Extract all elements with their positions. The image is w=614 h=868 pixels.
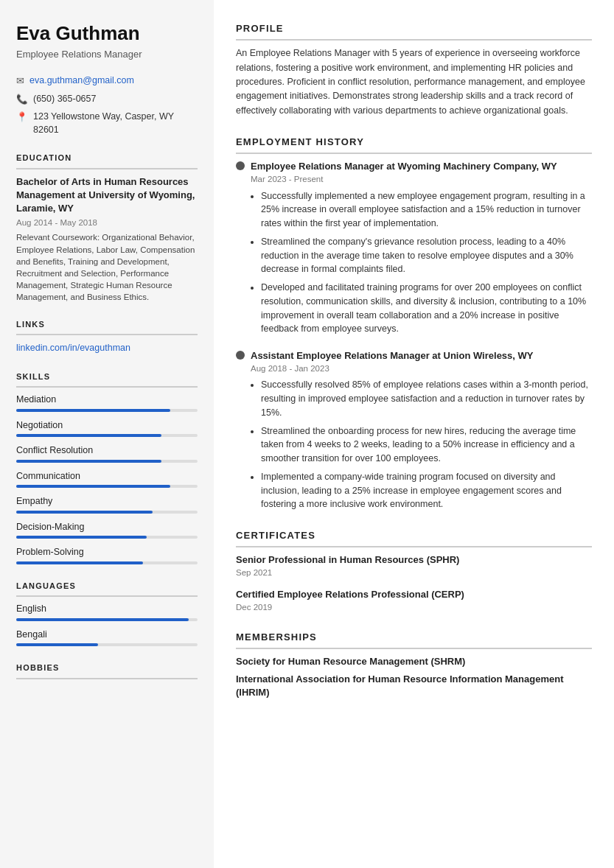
links-heading: Links	[16, 319, 198, 335]
location-icon: 📍	[16, 111, 28, 125]
employment-section: Employment History Employee Relations Ma…	[236, 136, 592, 511]
email-icon: ✉	[16, 75, 24, 88]
skill-bar-fill	[16, 460, 161, 463]
job-bullets: Successfully resolved 85% of employee re…	[251, 378, 592, 511]
cert-name: Senior Professional in Human Resources (…	[236, 553, 592, 567]
language-bar-bg	[16, 618, 198, 621]
membership-item: Society for Human Resource Management (S…	[236, 655, 592, 668]
cert-name: Certified Employee Relations Professiona…	[236, 588, 592, 601]
skills-list: Mediation Negotiation Conflict Resolutio…	[16, 393, 198, 564]
skill-item: Communication	[16, 470, 198, 489]
skill-item: Decision-Making	[16, 521, 198, 539]
edu-dates: Aug 2014 - May 2018	[16, 217, 198, 228]
job-bullet: Successfully implemented a new employee …	[261, 189, 592, 231]
job-bullets: Successfully implemented a new employee …	[251, 189, 592, 337]
contact-address: 📍 123 Yellowstone Way, Casper, WY 82601	[16, 111, 198, 136]
skill-bar-bg	[16, 485, 198, 488]
profile-section: Profile An Employee Relations Manager wi…	[236, 22, 592, 118]
memberships-section: Memberships Society for Human Resource M…	[236, 631, 592, 700]
sidebar: Eva Guthman Employee Relations Manager ✉…	[0, 0, 214, 868]
languages-heading: Languages	[16, 581, 198, 597]
memberships-list: Society for Human Resource Management (S…	[236, 655, 592, 700]
certificates-heading: Certificates	[236, 529, 592, 547]
job-bullet: Implemented a company-wide training prog…	[261, 470, 592, 511]
main-content: Profile An Employee Relations Manager wi…	[214, 0, 614, 868]
resume-container: Eva Guthman Employee Relations Manager ✉…	[0, 0, 614, 868]
job-title-text: Assistant Employee Relations Manager at …	[251, 349, 533, 363]
skill-label: Communication	[16, 470, 198, 483]
skill-bar-fill	[16, 434, 161, 437]
job-title: Assistant Employee Relations Manager at …	[236, 349, 592, 363]
job-dot	[236, 351, 245, 360]
language-bar-bg	[16, 643, 198, 646]
skill-bar-fill	[16, 409, 170, 412]
language-item: English	[16, 603, 198, 621]
skill-label: Mediation	[16, 393, 198, 407]
language-label: Bengali	[16, 629, 198, 642]
skills-heading: Skills	[16, 371, 198, 388]
job-dates: Mar 2023 - Present	[251, 173, 592, 185]
skill-bar-bg	[16, 460, 198, 463]
certificates-section: Certificates Senior Professional in Huma…	[236, 529, 592, 613]
candidate-title: Employee Relations Manager	[16, 48, 198, 61]
skill-item: Empathy	[16, 495, 198, 514]
cert-entry: Certified Employee Relations Professiona…	[236, 588, 592, 613]
skill-item: Negotiation	[16, 419, 198, 438]
skill-bar-bg	[16, 434, 198, 437]
job-bullet: Developed and facilitated training progr…	[261, 281, 592, 336]
skill-item: Mediation	[16, 393, 198, 412]
email-link[interactable]: eva.guthman@gmail.com	[29, 74, 134, 88]
skill-bar-bg	[16, 536, 198, 539]
skill-label: Negotiation	[16, 419, 198, 433]
skill-label: Empathy	[16, 495, 198, 508]
profile-text: An Employee Relations Manager with 5 yea…	[236, 46, 592, 118]
skill-bar-bg	[16, 511, 198, 514]
contact-email: ✉ eva.guthman@gmail.com	[16, 74, 198, 88]
candidate-name: Eva Guthman	[16, 22, 198, 45]
education-heading: Education	[16, 153, 198, 169]
job-dates: Aug 2018 - Jan 2023	[251, 363, 592, 374]
profile-heading: Profile	[236, 22, 592, 41]
skill-bar-fill	[16, 561, 143, 564]
language-bar-fill	[16, 643, 98, 646]
skill-bar-fill	[16, 485, 170, 488]
job-bullet: Streamlined the onboarding process for n…	[261, 424, 592, 466]
job-entry: Assistant Employee Relations Manager at …	[236, 349, 592, 511]
language-item: Bengali	[16, 629, 198, 647]
job-dot	[236, 161, 245, 170]
contact-phone: 📞 (650) 365-0657	[16, 93, 198, 107]
skill-label: Problem-Solving	[16, 546, 198, 559]
job-entry: Employee Relations Manager at Wyoming Ma…	[236, 160, 592, 336]
job-bullet: Successfully resolved 85% of employee re…	[261, 378, 592, 419]
skill-label: Conflict Resolution	[16, 444, 198, 458]
employment-heading: Employment History	[236, 136, 592, 154]
job-title: Employee Relations Manager at Wyoming Ma…	[236, 160, 592, 173]
job-title-text: Employee Relations Manager at Wyoming Ma…	[251, 160, 557, 173]
skill-label: Decision-Making	[16, 521, 198, 534]
hobbies-section: Hobbies	[16, 662, 198, 679]
cert-date: Sep 2021	[236, 567, 592, 578]
linkedin-link[interactable]: linkedin.com/in/evaguthman	[16, 343, 130, 353]
cert-date: Dec 2019	[236, 601, 592, 613]
hobbies-heading: Hobbies	[16, 662, 198, 679]
jobs-list: Employee Relations Manager at Wyoming Ma…	[236, 160, 592, 511]
skill-bar-fill	[16, 511, 153, 514]
certs-list: Senior Professional in Human Resources (…	[236, 553, 592, 613]
language-label: English	[16, 603, 198, 616]
job-bullet: Streamlined the company's grievance reso…	[261, 235, 592, 276]
memberships-heading: Memberships	[236, 631, 592, 649]
languages-section: Languages English Bengali	[16, 581, 198, 646]
skills-section: Skills Mediation Negotiation Conflict Re…	[16, 371, 198, 564]
edu-coursework: Relevant Coursework: Organizational Beha…	[16, 231, 198, 303]
contact-list: ✉ eva.guthman@gmail.com 📞 (650) 365-0657…	[16, 74, 198, 136]
skill-bar-fill	[16, 536, 147, 539]
link-item: linkedin.com/in/evaguthman	[16, 341, 198, 355]
skill-bar-bg	[16, 409, 198, 412]
cert-entry: Senior Professional in Human Resources (…	[236, 553, 592, 578]
skill-item: Conflict Resolution	[16, 444, 198, 463]
skill-bar-bg	[16, 561, 198, 564]
skill-item: Problem-Solving	[16, 546, 198, 564]
membership-item: International Association for Human Reso…	[236, 673, 592, 699]
language-bar-fill	[16, 618, 189, 621]
education-section: Education Bachelor of Arts in Human Reso…	[16, 153, 198, 303]
